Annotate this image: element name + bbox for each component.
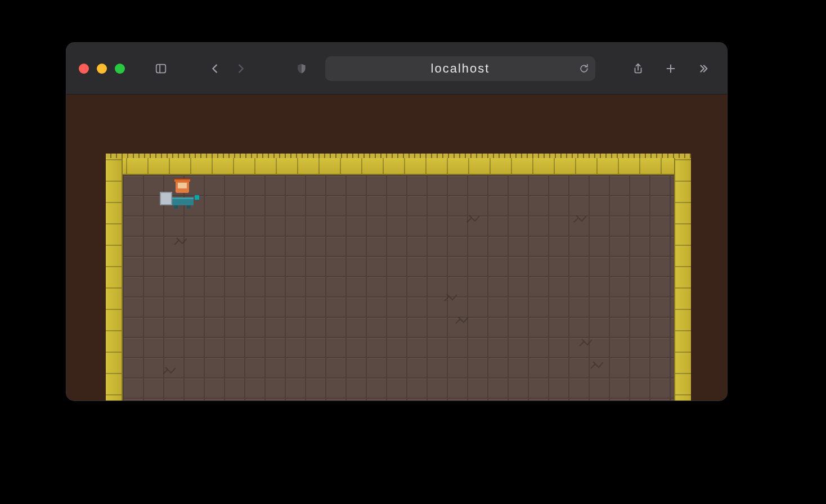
browser-toolbar: localhost xyxy=(66,43,727,94)
npc-face-icon xyxy=(178,183,187,188)
sidebar-toggle-button[interactable] xyxy=(150,57,172,80)
game-map[interactable] xyxy=(106,158,691,400)
forward-button[interactable] xyxy=(230,57,252,80)
address-text: localhost xyxy=(431,61,490,76)
workbench-icon xyxy=(172,197,194,205)
floor-crack-icon xyxy=(466,214,483,224)
npc-headband-icon xyxy=(174,178,190,182)
chevron-right-icon xyxy=(235,62,247,75)
floor-crack-icon xyxy=(573,214,590,224)
reload-icon xyxy=(578,63,590,74)
fullscreen-window-button[interactable] xyxy=(115,64,125,74)
svg-rect-0 xyxy=(156,64,166,73)
plus-icon xyxy=(665,62,677,75)
wall-right xyxy=(674,158,691,400)
floor-crack-icon xyxy=(443,293,460,303)
player-sprite[interactable] xyxy=(160,176,199,205)
minimize-window-button[interactable] xyxy=(97,64,107,74)
privacy-shield-button[interactable] xyxy=(290,57,313,80)
address-bar[interactable]: localhost xyxy=(325,56,595,81)
close-window-button[interactable] xyxy=(79,64,89,74)
toolbar-right xyxy=(627,57,715,80)
reload-button[interactable] xyxy=(578,63,590,74)
back-button[interactable] xyxy=(204,57,226,80)
wall-top-crenellation xyxy=(106,154,691,158)
dungeon-floor xyxy=(123,175,674,400)
floor-crack-icon xyxy=(578,338,595,348)
window-controls xyxy=(79,64,125,74)
wall-left xyxy=(106,158,123,400)
tab-overflow-button[interactable] xyxy=(692,57,715,80)
new-tab-button[interactable] xyxy=(659,57,682,80)
nav-buttons xyxy=(204,57,252,80)
chevron-left-icon xyxy=(209,62,221,75)
floor-crack-icon xyxy=(590,361,607,371)
share-icon xyxy=(632,62,644,75)
shield-icon xyxy=(296,62,307,75)
anvil-box-icon xyxy=(160,192,172,205)
browser-window: localhost xyxy=(66,43,727,400)
sidebar-icon xyxy=(155,62,167,75)
floor-crack-icon xyxy=(455,316,472,326)
page-viewport xyxy=(66,94,727,400)
floor-crack-icon xyxy=(162,366,179,376)
wall-top xyxy=(106,158,691,175)
chevrons-right-icon xyxy=(697,62,710,75)
cup-icon xyxy=(195,195,199,200)
floor-crack-icon xyxy=(173,237,190,247)
share-button[interactable] xyxy=(627,57,649,80)
